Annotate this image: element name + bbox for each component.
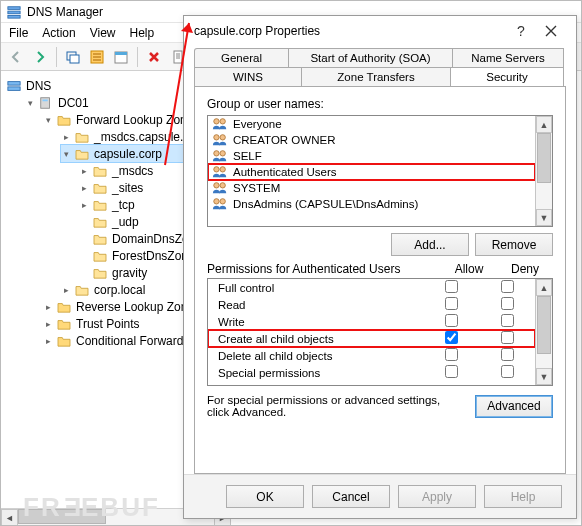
folder-open-icon bbox=[75, 148, 89, 160]
nav-back-button[interactable] bbox=[5, 46, 27, 68]
permission-row: Special permissions bbox=[208, 364, 535, 381]
deny-checkbox[interactable] bbox=[501, 365, 514, 378]
principal-row[interactable]: SELF bbox=[208, 148, 535, 164]
svg-rect-20 bbox=[43, 99, 48, 101]
tab-nameservers[interactable]: Name Servers bbox=[452, 48, 564, 67]
folder-icon bbox=[93, 216, 107, 228]
arrow-left-icon bbox=[9, 50, 23, 64]
permission-label: Full control bbox=[218, 282, 423, 294]
svg-point-32 bbox=[220, 199, 225, 204]
scroll-up-icon[interactable]: ▲ bbox=[536, 116, 552, 133]
folder-icon bbox=[57, 318, 71, 330]
expander-icon[interactable]: ▸ bbox=[61, 131, 72, 142]
advanced-button[interactable]: Advanced bbox=[475, 395, 553, 418]
folder-icon bbox=[57, 301, 71, 313]
svg-point-21 bbox=[214, 119, 219, 124]
dialog-help-button[interactable]: ? bbox=[506, 19, 536, 43]
deny-checkbox[interactable] bbox=[501, 280, 514, 293]
dns-root-icon bbox=[7, 79, 21, 93]
calendar-button[interactable] bbox=[110, 46, 132, 68]
permissions-scrollbar[interactable]: ▲ ▼ bbox=[535, 279, 552, 385]
deny-checkbox[interactable] bbox=[501, 348, 514, 361]
deny-checkbox[interactable] bbox=[501, 314, 514, 327]
permission-row: Create all child objects bbox=[208, 330, 535, 347]
folder-icon bbox=[93, 233, 107, 245]
principals-list[interactable]: EveryoneCREATOR OWNERSELFAuthenticated U… bbox=[207, 115, 553, 227]
svg-point-24 bbox=[220, 135, 225, 140]
svg-point-30 bbox=[220, 183, 225, 188]
expander-icon[interactable]: ▾ bbox=[25, 97, 36, 108]
menu-file[interactable]: File bbox=[9, 26, 28, 40]
principal-label: SYSTEM bbox=[233, 182, 280, 194]
principal-row[interactable]: SYSTEM bbox=[208, 180, 535, 196]
principal-row[interactable]: DnsAdmins (CAPSULE\DnsAdmins) bbox=[208, 196, 535, 212]
scrollbar-thumb[interactable] bbox=[18, 509, 106, 524]
svg-rect-1 bbox=[8, 11, 20, 14]
scroll-down-icon[interactable]: ▼ bbox=[536, 209, 552, 226]
folder-icon bbox=[93, 267, 107, 279]
principal-label: Everyone bbox=[233, 118, 282, 130]
scrollbar-thumb[interactable] bbox=[537, 296, 551, 354]
allow-checkbox[interactable] bbox=[445, 348, 458, 361]
details-button[interactable] bbox=[86, 46, 108, 68]
tab-wins[interactable]: WINS bbox=[194, 67, 302, 86]
principal-row[interactable]: CREATOR OWNER bbox=[208, 132, 535, 148]
allow-column-header: Allow bbox=[441, 262, 497, 276]
principal-row[interactable]: Everyone bbox=[208, 116, 535, 132]
delete-icon bbox=[147, 50, 161, 64]
folder-icon bbox=[57, 114, 71, 126]
ok-button[interactable]: OK bbox=[226, 485, 304, 508]
svg-point-27 bbox=[214, 167, 219, 172]
deny-checkbox[interactable] bbox=[501, 331, 514, 344]
folder-icon bbox=[93, 199, 107, 211]
nav-forward-button[interactable] bbox=[29, 46, 51, 68]
tab-security[interactable]: Security bbox=[450, 67, 564, 86]
principal-label: Authenticated Users bbox=[233, 166, 337, 178]
tabs: General Start of Authority (SOA) Name Se… bbox=[184, 46, 576, 86]
allow-checkbox[interactable] bbox=[445, 331, 458, 344]
principal-label: DnsAdmins (CAPSULE\DnsAdmins) bbox=[233, 198, 418, 210]
users-icon bbox=[212, 117, 228, 131]
permission-label: Special permissions bbox=[218, 367, 423, 379]
tab-soa[interactable]: Start of Authority (SOA) bbox=[288, 48, 453, 67]
deny-checkbox[interactable] bbox=[501, 297, 514, 310]
tab-zone-transfers[interactable]: Zone Transfers bbox=[301, 67, 451, 86]
menu-action[interactable]: Action bbox=[42, 26, 75, 40]
principal-label: CREATOR OWNER bbox=[233, 134, 335, 146]
users-icon bbox=[212, 133, 228, 147]
advanced-hint-text: For special permissions or advanced sett… bbox=[207, 394, 465, 418]
help-dialog-button[interactable]: Help bbox=[484, 485, 562, 508]
allow-checkbox[interactable] bbox=[445, 297, 458, 310]
folder-icon bbox=[75, 284, 89, 296]
apply-button[interactable]: Apply bbox=[398, 485, 476, 508]
dialog-close-button[interactable] bbox=[536, 19, 566, 43]
expander-icon[interactable]: ▾ bbox=[43, 114, 54, 125]
allow-checkbox[interactable] bbox=[445, 314, 458, 327]
folder-icon bbox=[93, 182, 107, 194]
menu-help[interactable]: Help bbox=[130, 26, 155, 40]
tab-general[interactable]: General bbox=[194, 48, 289, 67]
permission-label: Read bbox=[218, 299, 423, 311]
permissions-header: Permissions for Authenticated Users Allo… bbox=[207, 262, 553, 276]
allow-checkbox[interactable] bbox=[445, 280, 458, 293]
svg-rect-0 bbox=[8, 6, 20, 9]
expander-icon[interactable]: ▾ bbox=[61, 148, 72, 159]
menu-view[interactable]: View bbox=[90, 26, 116, 40]
new-window-button[interactable] bbox=[62, 46, 84, 68]
scroll-down-icon[interactable]: ▼ bbox=[536, 368, 552, 385]
window-icon bbox=[66, 50, 80, 64]
allow-checkbox[interactable] bbox=[445, 365, 458, 378]
close-icon bbox=[545, 25, 557, 37]
add-principal-button[interactable]: Add... bbox=[391, 233, 469, 256]
cancel-button[interactable]: Cancel bbox=[312, 485, 390, 508]
users-icon bbox=[212, 197, 228, 211]
principals-scrollbar[interactable]: ▲ ▼ bbox=[535, 116, 552, 226]
scroll-left-icon[interactable]: ◄ bbox=[1, 509, 18, 526]
remove-principal-button[interactable]: Remove bbox=[475, 233, 553, 256]
scrollbar-thumb[interactable] bbox=[537, 133, 551, 183]
scroll-up-icon[interactable]: ▲ bbox=[536, 279, 552, 296]
principal-row[interactable]: Authenticated Users bbox=[208, 164, 535, 180]
delete-button[interactable] bbox=[143, 46, 165, 68]
permission-row: Write bbox=[208, 313, 535, 330]
users-icon bbox=[212, 149, 228, 163]
